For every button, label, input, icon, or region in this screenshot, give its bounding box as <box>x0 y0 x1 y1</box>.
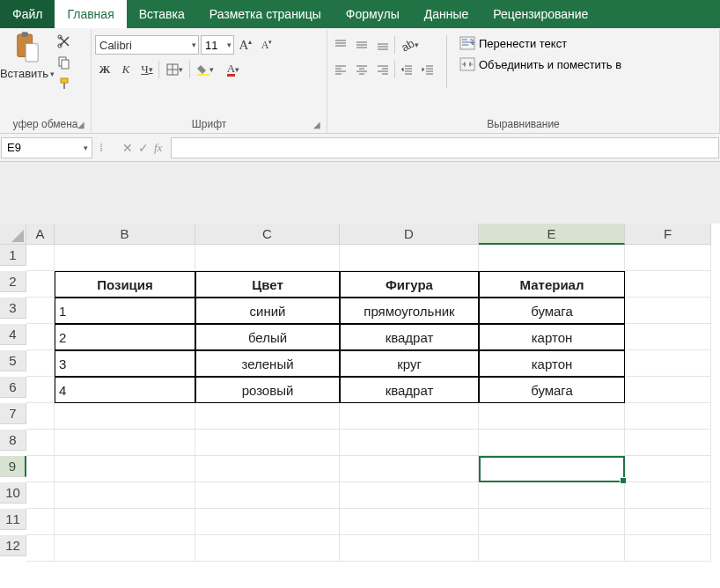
cell-B11[interactable] <box>55 509 195 535</box>
cell-C3[interactable]: синий <box>195 298 340 324</box>
format-painter-button[interactable] <box>55 74 74 93</box>
cell-A3[interactable] <box>26 298 55 324</box>
cell-D1[interactable] <box>340 245 479 271</box>
col-header-C[interactable]: C <box>195 224 340 245</box>
cell-E7[interactable] <box>479 403 625 430</box>
cell-B6[interactable]: 4 <box>55 377 195 403</box>
cell-D9[interactable] <box>340 456 479 482</box>
cell-F2[interactable] <box>625 271 711 298</box>
cell-C2[interactable]: Цвет <box>195 271 340 298</box>
cell-E6[interactable]: бумага <box>479 377 625 403</box>
cell-E5[interactable]: картон <box>479 350 625 377</box>
cell-A4[interactable] <box>26 324 55 350</box>
align-right-button[interactable] <box>373 60 393 79</box>
cell-F5[interactable] <box>625 350 711 377</box>
spreadsheet-grid[interactable]: ABCDEF12ПозицияЦветФигураМатериал31синий… <box>0 224 720 562</box>
align-center-button[interactable] <box>352 60 371 79</box>
cell-C12[interactable] <box>195 535 340 562</box>
font-color-button[interactable]: А ▾ <box>220 60 246 79</box>
cell-E3[interactable]: бумага <box>479 298 625 324</box>
cell-C7[interactable] <box>195 403 340 430</box>
increase-indent-button[interactable] <box>418 60 437 79</box>
fx-button[interactable]: fx <box>154 141 162 155</box>
tab-page-layout[interactable]: Разметка страницы <box>197 0 334 28</box>
font-size-select[interactable]: 11 ▾ <box>201 35 234 55</box>
bold-button[interactable]: Ж <box>95 60 114 79</box>
row-header-2[interactable]: 2 <box>0 271 26 292</box>
cell-F9[interactable] <box>625 456 711 482</box>
orientation-button[interactable]: ab▾ <box>397 35 423 55</box>
cell-E9[interactable] <box>479 456 625 482</box>
cell-C5[interactable]: зеленый <box>195 350 340 377</box>
cell-D10[interactable] <box>340 482 479 509</box>
row-header-3[interactable]: 3 <box>0 298 26 319</box>
col-header-A[interactable]: A <box>26 224 55 245</box>
cut-button[interactable] <box>55 32 74 51</box>
row-header-5[interactable]: 5 <box>0 350 26 371</box>
cell-A12[interactable] <box>26 535 55 562</box>
merge-center-button[interactable]: Объединить и поместить в <box>456 56 625 72</box>
cell-E10[interactable] <box>479 482 625 509</box>
align-left-button[interactable] <box>331 60 350 79</box>
cell-A9[interactable] <box>26 456 55 482</box>
cell-E12[interactable] <box>479 535 625 562</box>
tab-review[interactable]: Рецензирование <box>481 0 600 28</box>
name-box[interactable]: E9 ▾ <box>1 137 92 158</box>
cell-F11[interactable] <box>625 509 711 535</box>
cell-B7[interactable] <box>55 403 195 430</box>
cell-A7[interactable] <box>26 403 55 430</box>
formula-input[interactable] <box>171 137 719 158</box>
select-all-corner[interactable] <box>0 224 26 245</box>
cell-F4[interactable] <box>625 324 711 350</box>
cell-D11[interactable] <box>340 509 479 535</box>
fill-color-button[interactable]: ▾ <box>192 60 218 79</box>
row-header-11[interactable]: 11 <box>0 509 26 530</box>
cell-C8[interactable] <box>195 430 340 456</box>
col-header-B[interactable]: B <box>55 224 195 245</box>
cell-C1[interactable] <box>195 245 340 271</box>
cell-E4[interactable]: картон <box>479 324 625 350</box>
row-header-7[interactable]: 7 <box>0 403 26 424</box>
row-header-4[interactable]: 4 <box>0 324 26 345</box>
cell-C10[interactable] <box>195 482 340 509</box>
col-header-D[interactable]: D <box>340 224 479 245</box>
cell-E8[interactable] <box>479 430 625 456</box>
italic-button[interactable]: К <box>116 60 136 79</box>
cell-A6[interactable] <box>26 377 55 403</box>
accept-formula-button[interactable]: ✓ <box>138 141 149 155</box>
tab-file[interactable]: Файл <box>0 0 55 28</box>
cell-F6[interactable] <box>625 377 711 403</box>
cancel-formula-button[interactable]: ✕ <box>122 141 133 155</box>
cell-F10[interactable] <box>625 482 711 509</box>
cell-B1[interactable] <box>55 245 195 271</box>
cell-F7[interactable] <box>625 403 711 430</box>
borders-button[interactable]: ▾ <box>161 60 187 79</box>
cell-D4[interactable]: квадрат <box>340 324 479 350</box>
tab-insert[interactable]: Вставка <box>127 0 197 28</box>
cell-A2[interactable] <box>26 271 55 298</box>
cell-D7[interactable] <box>340 403 479 430</box>
cell-B3[interactable]: 1 <box>55 298 195 324</box>
cell-A5[interactable] <box>26 350 55 377</box>
cell-F12[interactable] <box>625 535 711 562</box>
cell-B9[interactable] <box>55 456 195 482</box>
col-header-F[interactable]: F <box>625 224 711 245</box>
cell-C4[interactable]: белый <box>195 324 340 350</box>
decrease-indent-button[interactable] <box>397 60 416 79</box>
wrap-text-button[interactable]: Перенести текст <box>456 35 625 51</box>
cell-E2[interactable]: Материал <box>479 271 625 298</box>
cell-D6[interactable]: квадрат <box>340 377 479 403</box>
cell-A10[interactable] <box>26 482 55 509</box>
align-top-button[interactable] <box>331 35 350 55</box>
cell-D3[interactable]: прямоугольник <box>340 298 479 324</box>
cell-F3[interactable] <box>625 298 711 324</box>
cell-E1[interactable] <box>479 245 625 271</box>
tab-data[interactable]: Данные <box>412 0 481 28</box>
cell-C9[interactable] <box>195 456 340 482</box>
tab-home[interactable]: Главная <box>55 0 126 28</box>
row-header-12[interactable]: 12 <box>0 535 26 556</box>
row-header-10[interactable]: 10 <box>0 482 26 503</box>
cell-D2[interactable]: Фигура <box>340 271 479 298</box>
cell-B2[interactable]: Позиция <box>55 271 195 298</box>
cell-B5[interactable]: 3 <box>55 350 195 377</box>
